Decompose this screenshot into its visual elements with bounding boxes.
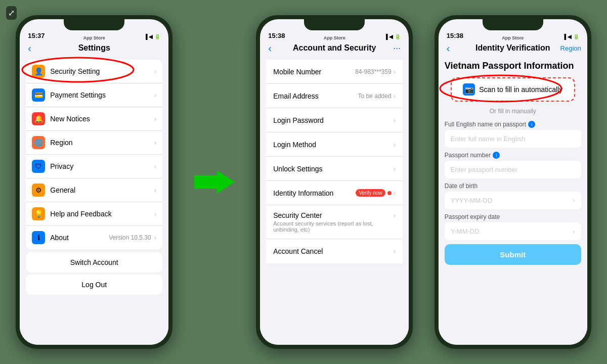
store-1: App Store <box>83 35 105 40</box>
status-icons-1: ▐ ◀ 🔋 <box>144 34 161 39</box>
unlock-settings-item[interactable]: Unlock Settings › <box>266 157 403 181</box>
login-password-item[interactable]: Login Password › <box>266 108 403 132</box>
passport-expiry-label-text: Passport expiry date <box>445 213 500 220</box>
scan-button[interactable]: 📷 Scan to fill in automatically <box>451 77 575 102</box>
chevron-expiry: › <box>573 228 575 235</box>
time-1: 15:37 <box>28 32 45 39</box>
passport-number-label: Passport number i <box>445 152 581 159</box>
dob-label-text: Date of birth <box>445 183 478 190</box>
notices-icon: 🔔 <box>32 112 45 125</box>
back-btn-3[interactable]: ‹ <box>447 42 450 54</box>
switch-account-btn[interactable]: Switch Account <box>26 252 162 272</box>
payment-icon: 💳 <box>32 88 45 102</box>
dob-placeholder: YYYY-MM-DD <box>451 197 493 204</box>
status-icons-3: ▐ ◀ 🔋 <box>562 34 579 39</box>
scan-label: Scan to fill in automatically <box>479 85 562 94</box>
chevron-method: › <box>394 141 396 149</box>
mobile-number-item[interactable]: Mobile Number 84-983***359 › <box>266 60 403 84</box>
general-label: General <box>50 186 151 194</box>
passport-expiry-placeholder: Y-MM-DD <box>451 228 480 235</box>
expand-icon[interactable]: ⤢ <box>6 6 17 20</box>
passport-number-input[interactable]: Enter passport number <box>445 161 581 178</box>
screen-content-1: 👤 Security Setting › 💳 Payment Settings … <box>20 57 168 345</box>
account-cancel-item[interactable]: Account Cancel › <box>266 239 403 263</box>
camera-icon: 📷 <box>463 83 475 96</box>
log-out-btn[interactable]: Log Out <box>26 275 162 295</box>
passport-expiry-group: Passport expiry date Y-MM-DD › <box>445 213 581 240</box>
chevron-email: › <box>394 92 396 100</box>
chevron-notices: › <box>154 115 157 123</box>
security-center-row: Security Center › <box>273 211 396 219</box>
security-setting-label: Security Setting <box>50 67 151 75</box>
chevron-about: › <box>154 234 157 242</box>
phones-wrapper: 15:37 App Store ▐ ◀ 🔋 ‹ Settings <box>0 0 607 364</box>
security-center-item[interactable]: Security Center › Account security servi… <box>266 205 403 239</box>
privacy-icon: 🛡 <box>32 160 45 173</box>
region-btn[interactable]: Region <box>560 44 581 52</box>
email-address-item[interactable]: Email Address To be added › <box>266 84 403 108</box>
passport-expiry-select[interactable]: Y-MM-DD › <box>445 222 581 240</box>
verify-badge: Verify now <box>356 189 385 197</box>
unlock-settings-label: Unlock Settings <box>273 165 391 173</box>
privacy-item[interactable]: 🛡 Privacy › <box>26 155 162 178</box>
account-cancel-label: Account Cancel <box>273 247 391 255</box>
about-icon: ℹ <box>32 231 45 244</box>
nav-title-1: Settings <box>28 43 160 53</box>
chevron-security: › <box>154 67 157 75</box>
new-notices-item[interactable]: 🔔 New Notices › <box>26 107 162 131</box>
chevron-help: › <box>154 210 157 218</box>
store-3: App Store <box>502 35 524 40</box>
about-item[interactable]: ℹ About Version 10.5.30 › <box>26 226 162 249</box>
full-name-input[interactable]: Enter full name in English <box>445 130 581 148</box>
general-item[interactable]: ⚙ General › <box>26 178 162 202</box>
svg-marker-1 <box>194 170 235 194</box>
store-2: App Store <box>324 35 345 40</box>
dob-select[interactable]: YYYY-MM-DD › <box>445 192 581 209</box>
notch1 <box>64 19 124 30</box>
security-center-sub: Account security services (report as los… <box>273 220 396 233</box>
region-item[interactable]: 🌐 Region › <box>26 131 162 155</box>
email-address-label: Email Address <box>273 92 358 100</box>
scene: ⤢ 15:37 App Store ▐ ◀ 🔋 ‹ Settings <box>0 0 607 364</box>
identity-information-item[interactable]: Identity Information Verify now › <box>266 181 403 205</box>
back-btn-1[interactable]: ‹ <box>28 42 31 54</box>
notch2 <box>304 19 365 30</box>
help-feedback-item[interactable]: 💡 Help and Feedback › <box>26 202 162 226</box>
status-icons-2: ▐ ◀ 🔋 <box>384 34 401 39</box>
notch3 <box>483 19 543 30</box>
time-2: 15:38 <box>268 32 285 39</box>
submit-btn[interactable]: Submit <box>445 244 581 265</box>
phone2-screen: 15:38 App Store ▐ ◀ 🔋 ‹ Account and Secu… <box>260 19 409 345</box>
scan-wrapper: 📷 Scan to fill in automatically <box>445 77 581 102</box>
passport-number-placeholder: Enter passport number <box>451 166 517 173</box>
nav-title-3: Identity Verification <box>447 43 579 53</box>
more-btn-2[interactable]: ··· <box>393 43 401 54</box>
login-method-item[interactable]: Login Method › <box>266 132 403 157</box>
login-password-label: Login Password <box>273 116 391 124</box>
identity-information-label: Identity Information <box>273 189 356 197</box>
dob-group: Date of birth YYYY-MM-DD › <box>445 183 581 209</box>
phone1-screen: 15:37 App Store ▐ ◀ 🔋 ‹ Settings <box>20 19 168 345</box>
phone2-wrapper: 15:38 App Store ▐ ◀ 🔋 ‹ Account and Secu… <box>256 15 413 349</box>
passport-number-group: Passport number i Enter passport number <box>445 152 581 178</box>
phone1-wrapper: 15:37 App Store ▐ ◀ 🔋 ‹ Settings <box>16 15 172 349</box>
new-notices-label: New Notices <box>50 115 151 123</box>
green-arrow <box>194 169 235 195</box>
red-dot <box>387 191 392 195</box>
phone2: 15:38 App Store ▐ ◀ 🔋 ‹ Account and Secu… <box>256 15 413 349</box>
full-name-placeholder: Enter full name in English <box>451 135 525 143</box>
acct-security-section: Mobile Number 84-983***359 › Email Addre… <box>266 60 403 263</box>
security-setting-item[interactable]: 👤 Security Setting › <box>26 60 162 83</box>
login-method-label: Login Method <box>273 141 391 149</box>
about-version: Version 10.5.30 <box>109 234 151 241</box>
dob-label: Date of birth <box>445 183 581 190</box>
region-label: Region <box>50 139 151 147</box>
payment-settings-item[interactable]: 💳 Payment Settings › <box>26 83 162 107</box>
chevron-dob: › <box>573 197 575 204</box>
mobile-number-label: Mobile Number <box>273 68 355 76</box>
full-name-group: Full English name on passport i Enter fu… <box>445 121 581 148</box>
info-icon-2: i <box>493 152 500 159</box>
about-label: About <box>50 234 109 242</box>
back-btn-2[interactable]: ‹ <box>268 42 272 54</box>
payment-settings-label: Payment Settings <box>50 91 151 99</box>
